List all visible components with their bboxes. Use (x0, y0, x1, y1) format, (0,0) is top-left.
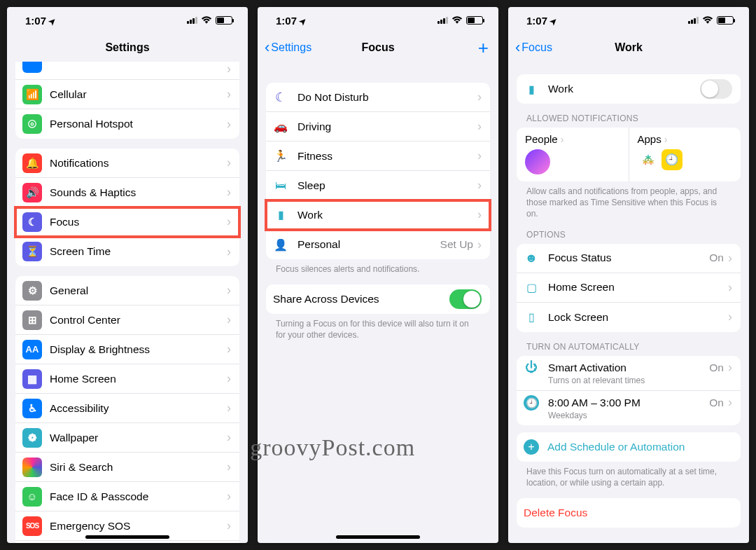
focus-row-work[interactable]: ▮ Work › (266, 200, 490, 230)
add-schedule-button[interactable]: + Add Schedule or Automation (517, 432, 741, 462)
chevron-right-icon: › (227, 117, 231, 132)
back-label: Focus (522, 41, 552, 54)
row-label: Siri & Search (50, 461, 227, 474)
settings-row-notifications[interactable]: 🔔 Notifications › (15, 149, 239, 178)
settings-row-home-screen[interactable]: ▦ Home Screen › (15, 364, 239, 394)
settings-row-exposure[interactable]: ✱ Exposure Notifications › (15, 541, 239, 543)
fitness-icon: 🏃 (273, 149, 288, 164)
row-label: 8:00 AM – 3:00 PM (548, 397, 709, 409)
option-home-screen[interactable]: ▢ Home Screen › (517, 273, 741, 303)
chevron-right-icon: › (477, 149, 482, 163)
settings-row-screen-time[interactable]: ⏳ Screen Time › (15, 237, 239, 266)
row-label: Focus Status (548, 252, 709, 264)
settings-row-hotspot[interactable]: ⦾ Personal Hotspot › (15, 109, 239, 139)
settings-row-bluetooth-partial[interactable]: › (15, 62, 239, 80)
home-indicator[interactable] (336, 535, 420, 539)
delete-focus-button[interactable]: Delete Focus (517, 498, 741, 528)
bluetooth-icon (22, 62, 42, 73)
focus-moon-icon: ☾ (22, 212, 42, 232)
battery-icon (717, 16, 734, 25)
chevron-right-icon: › (728, 360, 732, 375)
status-time: 1:07 (276, 15, 297, 27)
work-enable-toggle[interactable] (700, 79, 732, 99)
status-bar: 1:07 (7, 7, 248, 34)
settings-row-cellular[interactable]: 📶 Cellular › (15, 80, 239, 109)
focus-row-sleep[interactable]: 🛏 Sleep › (266, 171, 490, 200)
footnote: Allow calls and notifications from peopl… (517, 181, 741, 220)
back-button[interactable]: ‹ Settings (265, 39, 312, 57)
location-icon (49, 15, 56, 27)
nav-bar: ‹ Focus Work (508, 34, 749, 62)
chevron-right-icon: › (227, 62, 231, 76)
notifications-icon: 🔔 (22, 153, 42, 173)
section-header: ALLOWED NOTIFICATIONS (517, 104, 741, 126)
control-center-icon: ⊞ (22, 310, 42, 330)
settings-row-siri[interactable]: Siri & Search › (15, 453, 239, 482)
chevron-right-icon: › (728, 395, 732, 410)
status-time: 1:07 (526, 15, 547, 27)
row-label: Emergency SOS (50, 520, 227, 532)
page-title: Settings (105, 41, 149, 54)
row-label: Cellular (50, 88, 227, 101)
people-label: People (525, 133, 558, 145)
chevron-right-icon: › (227, 156, 231, 170)
row-label: Personal Hotspot (50, 118, 227, 130)
sos-icon: SOS (22, 516, 42, 536)
share-toggle[interactable] (449, 289, 482, 309)
back-button[interactable]: ‹ Focus (515, 39, 552, 57)
nav-bar: Settings (7, 34, 248, 62)
settings-row-sounds[interactable]: 🔊 Sounds & Haptics › (15, 178, 239, 207)
settings-row-accessibility[interactable]: ♿︎ Accessibility › (15, 394, 239, 423)
chevron-left-icon: ‹ (515, 39, 520, 57)
hotspot-icon: ⦾ (22, 114, 42, 134)
person-icon: 👤 (273, 237, 288, 252)
focus-row-fitness[interactable]: 🏃 Fitness › (266, 142, 490, 171)
row-label: Screen Time (50, 245, 227, 258)
row-label: Notifications (50, 157, 227, 170)
footnote: Focus silences alerts and notifications. (266, 259, 490, 275)
back-label: Settings (271, 41, 312, 54)
allowed-apps[interactable]: Apps› ⁂ 🕘 (629, 128, 741, 181)
row-label: Work (548, 83, 700, 95)
row-label: Sleep (298, 179, 477, 192)
settings-row-control-center[interactable]: ⊞ Control Center › (15, 305, 239, 335)
settings-row-wallpaper[interactable]: ❁ Wallpaper › (15, 423, 239, 453)
phone-focus-work: 1:07 ‹ Focus Work ▮ Work ALLOWED NOTIFIC… (508, 7, 749, 543)
display-icon: AA (22, 340, 42, 359)
focus-row-driving[interactable]: 🚗 Driving › (266, 112, 490, 142)
chevron-right-icon: › (227, 371, 231, 386)
row-label: Display & Brightness (50, 343, 227, 356)
settings-row-focus[interactable]: ☾ Focus › (15, 207, 239, 237)
badge-icon: ▮ (524, 81, 539, 97)
clock-icon: 🕘 (524, 395, 539, 411)
row-label: Share Across Devices (273, 293, 449, 305)
row-label: Wallpaper (50, 432, 227, 444)
settings-row-faceid[interactable]: ☺ Face ID & Passcode › (15, 482, 239, 511)
screen-time-icon: ⏳ (22, 242, 42, 261)
add-focus-button[interactable]: + (478, 39, 489, 57)
chevron-right-icon: › (227, 518, 231, 533)
status-time: 1:07 (25, 15, 46, 27)
settings-row-general[interactable]: ⚙ General › (15, 276, 239, 305)
row-label: Fitness (298, 150, 477, 163)
home-indicator[interactable] (85, 535, 169, 539)
row-label: General (50, 284, 227, 297)
settings-row-display[interactable]: AA Display & Brightness › (15, 335, 239, 364)
chevron-right-icon: › (477, 90, 482, 104)
row-label: Lock Screen (548, 311, 728, 324)
auto-smart-activation[interactable]: ⏻ Smart Activation On › Turns on at rele… (517, 356, 741, 391)
auto-schedule-1[interactable]: 🕘 8:00 AM – 3:00 PM On › Weekdays (517, 391, 741, 425)
home-screen-icon: ▢ (524, 280, 539, 295)
nav-bar: ‹ Settings Focus + (258, 34, 498, 62)
option-lock-screen[interactable]: ▯ Lock Screen › (517, 303, 741, 332)
option-focus-status[interactable]: ☻ Focus Status On › (517, 244, 741, 273)
moon-icon: ☾ (273, 90, 288, 105)
row-label: Accessibility (50, 402, 227, 415)
focus-row-personal[interactable]: 👤 Personal Set Up › (266, 230, 490, 259)
focus-row-dnd[interactable]: ☾ Do Not Disturb › (266, 83, 490, 112)
slack-app-icon: ⁂ (638, 149, 659, 170)
allowed-people[interactable]: People› (517, 128, 629, 181)
row-label: Focus (50, 216, 227, 228)
share-across-devices-row[interactable]: Share Across Devices (266, 284, 490, 314)
work-toggle-row[interactable]: ▮ Work (517, 74, 741, 104)
